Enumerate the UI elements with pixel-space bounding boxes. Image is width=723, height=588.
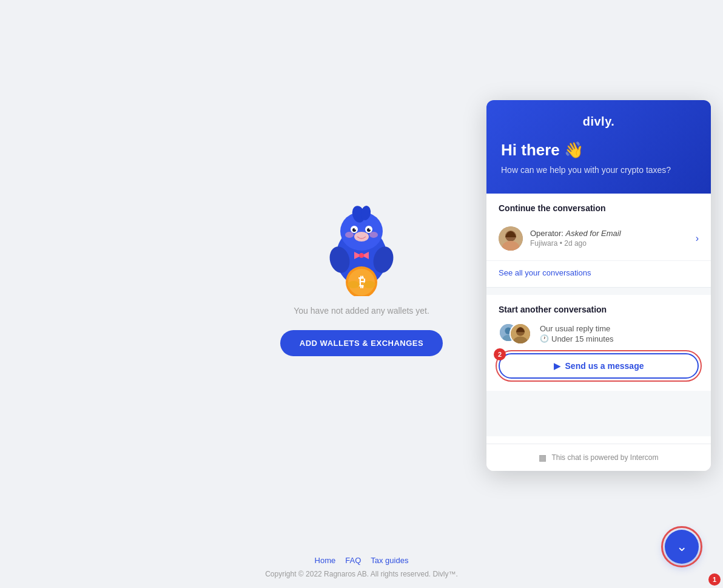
footer-link-tax-guides[interactable]: Tax guides — [371, 556, 408, 565]
mascot-area: ₿ You have not added any wallets yet. AD… — [280, 184, 443, 356]
operator-avatar — [499, 226, 523, 251]
clock-icon: 🕐 — [540, 334, 549, 343]
chevron-down-icon: ⌄ — [676, 539, 687, 555]
chevron-right-icon: › — [696, 233, 699, 244]
operator-action: Asked for Email — [566, 229, 621, 238]
send-badge: 2 — [494, 348, 506, 360]
conversation-time: Fujiwara • 2d ago — [530, 239, 691, 248]
conversation-info: Operator: Asked for Email Fujiwara • 2d … — [530, 229, 691, 248]
continue-title: Continue the conversation — [486, 194, 711, 220]
intercom-icon: ▦ — [539, 453, 546, 462]
svg-point-21 — [348, 281, 360, 288]
footer: Home FAQ Tax guides Copyright © 2022 Rag… — [0, 546, 723, 588]
chat-brand-name: divly. — [583, 115, 615, 128]
conversation-operator: Operator: Asked for Email — [530, 229, 691, 238]
svg-point-9 — [369, 228, 371, 229]
svg-point-22 — [363, 281, 375, 288]
powered-by-text: This chat is powered by Intercom — [551, 453, 658, 462]
reply-time-label: Our usual reply time — [540, 324, 614, 333]
chat-greeting: Hi there 👋 — [501, 141, 696, 160]
mascot-illustration: ₿ — [313, 184, 410, 296]
operator-avatar-img — [499, 226, 523, 251]
send-btn-wrapper: 2 ▶ Send us a message — [499, 353, 699, 379]
chat-widget: divly. Hi there 👋 How can we help you wi… — [486, 100, 711, 471]
svg-point-8 — [355, 228, 357, 229]
footer-copyright: Copyright © 2022 Ragnaros AB. All rights… — [10, 570, 713, 578]
chat-toggle-button[interactable]: ⌄ — [665, 530, 699, 564]
see-all-conversations-link[interactable]: See all your conversations — [486, 260, 711, 287]
svg-point-11 — [369, 232, 378, 238]
send-icon: ▶ — [554, 361, 560, 371]
footer-links: Home FAQ Tax guides — [10, 556, 713, 565]
agent-info: Our usual reply time 🕐 Under 15 minutes — [499, 323, 699, 345]
add-wallets-button[interactable]: ADD WALLETS & EXCHANGES — [280, 330, 443, 356]
chat-footer: ▦ This chat is powered by Intercom — [486, 444, 711, 471]
reply-time-value: 🕐 Under 15 minutes — [540, 334, 614, 343]
chat-body: Continue the conversation — [486, 194, 711, 436]
conversation-card: Continue the conversation — [486, 194, 711, 288]
no-wallets-text: You have not added any wallets yet. — [294, 306, 429, 316]
conversation-item[interactable]: Operator: Asked for Email Fujiwara • 2d … — [486, 220, 711, 260]
footer-link-faq[interactable]: FAQ — [345, 556, 361, 565]
chat-header: divly. Hi there 👋 How can we help you wi… — [486, 100, 711, 194]
toggle-badge: 1 — [708, 573, 721, 586]
start-card-title: Start another conversation — [499, 305, 699, 314]
svg-point-10 — [345, 232, 354, 238]
chat-subtext: How can we help you with your crypto tax… — [501, 164, 696, 177]
svg-point-12 — [354, 232, 369, 242]
agent-avatar-2 — [509, 323, 531, 345]
svg-text:₿: ₿ — [358, 274, 365, 289]
agent-avatars — [499, 323, 533, 345]
send-message-label: Send us a message — [565, 361, 644, 371]
footer-link-home[interactable]: Home — [315, 556, 336, 565]
send-message-button[interactable]: ▶ Send us a message — [499, 353, 699, 379]
svg-point-15 — [359, 253, 364, 258]
reply-time-info: Our usual reply time 🕐 Under 15 minutes — [540, 324, 614, 343]
chat-brand: divly. — [501, 115, 696, 129]
start-conversation-card: Start another conversation — [486, 295, 711, 391]
